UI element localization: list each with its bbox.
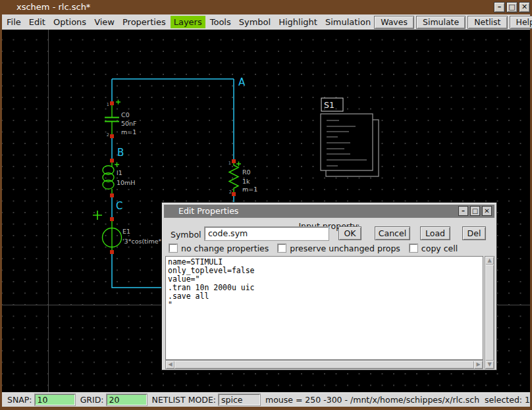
capacitor-symbol[interactable]: C0 50nF m=1 1 2 [105, 100, 137, 138]
scroll-up-icon[interactable]: ▲ [485, 257, 494, 265]
plus-icon [115, 163, 119, 167]
source-ref: E1 [122, 228, 130, 235]
property-text: name=STIMULI only_toplevel=false value="… [166, 257, 483, 311]
scroll-down-icon[interactable]: ▼ [485, 361, 494, 369]
grid-input[interactable]: 20 [107, 394, 147, 405]
dialog-minimize-icon[interactable]: – [458, 206, 468, 216]
dialog-close-icon[interactable]: ✕ [482, 206, 492, 216]
symbol-input[interactable]: code.sym [205, 227, 329, 240]
menu-options[interactable]: Options [50, 16, 90, 28]
simulate-button[interactable]: Simulate [416, 16, 466, 29]
scroll-right-icon[interactable]: ▶ [474, 361, 483, 369]
preserve-unchanged-props-label: preserve unchanged props [290, 243, 400, 253]
ok-button[interactable]: OK [338, 226, 361, 240]
plus-icon [116, 100, 120, 105]
resistor-pin1: 1 [228, 161, 231, 166]
copy-cell-label: copy cell [421, 243, 458, 253]
copy-cell-checkbox[interactable] [410, 244, 417, 252]
dialog-titlebar[interactable]: Edit Properties – □ ✕ [164, 205, 494, 218]
resistor-pin2: 2 [229, 190, 232, 195]
snap-label: SNAP: [7, 395, 32, 405]
source-value: '3*cos(time*ti [122, 238, 166, 245]
cancel-button[interactable]: Cancel [375, 226, 410, 240]
menubar: File Edit Options View Properties Layers… [2, 14, 530, 30]
inductor-ref: l1 [117, 169, 122, 176]
plus-icon [236, 162, 241, 167]
preserve-unchanged-props-checkbox[interactable] [278, 244, 286, 252]
netlist-mode-label: NETLIST MODE: [152, 395, 216, 405]
horizontal-scrollbar[interactable]: ◀ ▶ [165, 360, 483, 369]
menu-symbol[interactable]: Symbol [236, 16, 274, 28]
wire-bottom[interactable] [112, 252, 162, 288]
menu-tools[interactable]: Tools [207, 16, 234, 28]
help-button[interactable]: Help [510, 16, 532, 29]
netlist-button[interactable]: Netlist [467, 16, 507, 29]
capacitor-ref: C0 [121, 111, 130, 118]
menu-file[interactable]: File [3, 16, 24, 28]
window-title: xschem - rlc.sch* [16, 0, 90, 14]
menu-edit[interactable]: Edit [26, 16, 49, 28]
netlist-mode-input[interactable]: spice [219, 394, 260, 405]
vertical-scrollbar[interactable]: ▲ ▼ [485, 256, 494, 369]
scroll-left-icon[interactable]: ◀ [166, 361, 174, 369]
net-label-c[interactable]: C [116, 200, 122, 212]
horizontal-scrollbar-thumb[interactable] [174, 361, 474, 369]
canvas-y-axis-line [48, 30, 49, 392]
maximize-icon[interactable]: □ [506, 2, 518, 13]
close-icon[interactable]: ✕ [519, 2, 530, 13]
resistor-symbol[interactable]: R0 1k m=1 1 2 [228, 161, 257, 195]
resistor-ref: R0 [242, 168, 251, 176]
menu-highlight[interactable]: Highlight [275, 16, 321, 28]
checkbox-row: no change properties preserve unchanged … [169, 243, 467, 253]
capacitor-value: 50nF [121, 120, 137, 127]
edit-properties-dialog: Edit Properties – □ ✕ Input property: Sy… [161, 202, 497, 371]
dialog-maximize-icon[interactable]: □ [470, 206, 480, 216]
grid-label: GRID: [80, 395, 104, 405]
minimize-icon[interactable]: – [494, 2, 505, 13]
menu-layers[interactable]: Layers [171, 16, 205, 28]
dialog-title: Edit Properties [178, 205, 238, 218]
no-change-properties-label: no change properties [181, 243, 269, 253]
no-change-properties-checkbox[interactable] [169, 244, 177, 252]
net-label-b[interactable]: B [117, 147, 124, 159]
code-block-ref: S1 [324, 100, 334, 110]
vertical-scrollbar-thumb[interactable] [485, 265, 494, 361]
menu-view[interactable]: View [91, 16, 118, 28]
symbol-label: Symbol [171, 230, 201, 240]
menu-properties[interactable]: Properties [119, 16, 169, 28]
window-titlebar[interactable]: xschem - rlc.sch* – □ ✕ [0, 0, 532, 14]
net-label-a[interactable]: A [238, 76, 246, 88]
load-button[interactable]: Load [420, 226, 450, 240]
del-button[interactable]: Del [462, 226, 486, 240]
mouse-coordinates-info: mouse = 250 -300 - /mnt/x/home/schippes/… [265, 395, 530, 405]
capacitor-pin1: 1 [107, 102, 109, 107]
inductor-value: 10mH [117, 179, 136, 186]
resistor-mult: m=1 [242, 186, 257, 193]
statusbar: SNAP: 10 GRID: 20 NETLIST MODE: spice mo… [2, 392, 530, 407]
plus-icon [93, 211, 102, 220]
resistor-value: 1k [242, 178, 250, 185]
snap-input[interactable]: 10 [35, 394, 75, 405]
waves-button[interactable]: Waves [374, 16, 414, 29]
capacitor-pin2: 2 [107, 132, 109, 138]
property-textarea[interactable]: name=STIMULI only_toplevel=false value="… [165, 256, 483, 360]
menu-simulation[interactable]: Simulation [322, 16, 374, 28]
code-block-symbol[interactable]: S1 [321, 98, 379, 176]
inductor-symbol[interactable]: l1 10mH [103, 161, 136, 195]
xschem-window: xschem - rlc.sch* – □ ✕ File Edit Option… [0, 0, 532, 410]
capacitor-mult: m=1 [121, 128, 136, 136]
voltage-source-symbol[interactable]: E1 '3*cos(time*ti [93, 211, 166, 252]
